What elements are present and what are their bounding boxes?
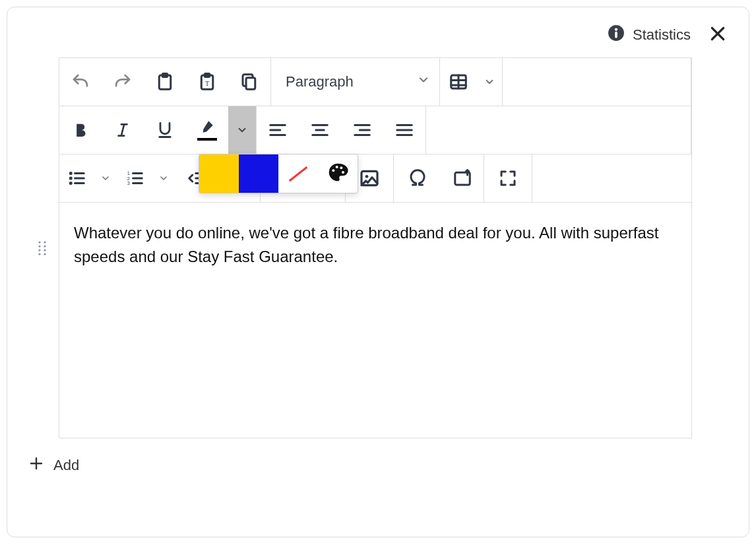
numbered-list-button[interactable]: 1 2 3 — [117, 154, 152, 202]
align-justify-icon — [394, 120, 414, 140]
special-char-button[interactable] — [394, 154, 441, 202]
underline-icon — [156, 121, 174, 139]
fullscreen-icon — [498, 168, 518, 188]
align-right-icon — [352, 120, 372, 140]
copy-icon — [239, 72, 259, 92]
info-icon — [608, 24, 625, 46]
bullet-list-button[interactable] — [59, 154, 94, 202]
color-swatch-none[interactable] — [278, 154, 318, 193]
add-block-button[interactable]: Add — [26, 438, 730, 477]
add-label: Add — [53, 457, 79, 474]
statistics-button[interactable]: Statistics — [608, 24, 691, 46]
svg-point-5 — [38, 245, 40, 247]
drag-handle-icon — [37, 240, 47, 261]
plus-icon — [28, 456, 44, 475]
embed-icon — [453, 168, 472, 188]
toolbar-row-1: T Paragraph — [59, 58, 691, 106]
redo-button[interactable] — [102, 58, 144, 106]
align-right-button[interactable] — [341, 106, 383, 154]
numbered-list-icon: 1 2 3 — [125, 168, 144, 188]
svg-point-28 — [336, 166, 338, 168]
omega-icon — [408, 168, 427, 188]
align-center-button[interactable] — [299, 106, 341, 154]
highlight-icon — [199, 119, 216, 137]
undo-icon — [71, 72, 90, 92]
color-swatch-yellow[interactable] — [199, 154, 239, 193]
bold-button[interactable] — [59, 106, 102, 154]
paste-button[interactable] — [144, 58, 186, 106]
svg-point-19 — [69, 177, 73, 180]
close-icon — [709, 25, 726, 45]
table-icon — [449, 72, 468, 92]
image-icon — [359, 168, 380, 189]
block-format-select[interactable]: Paragraph — [271, 58, 440, 106]
bold-icon — [71, 121, 90, 139]
palette-icon — [327, 162, 348, 186]
block-format-label: Paragraph — [286, 73, 354, 90]
toolbar-row-2 — [59, 106, 691, 154]
svg-point-9 — [38, 253, 40, 255]
editor-content[interactable]: Whatever you do online, we've got a fibr… — [59, 203, 691, 438]
italic-button[interactable] — [102, 106, 144, 154]
svg-point-6 — [44, 245, 46, 247]
svg-point-3 — [38, 241, 40, 243]
bullet-list-menu-button[interactable] — [94, 154, 117, 202]
svg-point-8 — [44, 249, 46, 251]
svg-text:T: T — [205, 80, 209, 87]
fullscreen-button[interactable] — [484, 154, 532, 202]
chevron-down-icon — [158, 173, 169, 184]
chevron-down-icon — [417, 73, 430, 90]
svg-point-7 — [38, 249, 40, 251]
align-left-button[interactable] — [257, 106, 299, 154]
chevron-down-icon — [100, 173, 111, 184]
highlight-color-popover — [199, 154, 358, 193]
align-left-icon — [268, 120, 288, 140]
svg-text:3: 3 — [127, 180, 130, 186]
align-center-icon — [310, 120, 330, 140]
numbered-list-menu-button[interactable] — [152, 154, 175, 202]
bullet-list-icon — [67, 168, 86, 188]
paste-text-button[interactable]: T — [186, 58, 228, 106]
table-button[interactable] — [440, 58, 477, 106]
close-button[interactable] — [709, 25, 726, 45]
color-swatch-blue[interactable] — [239, 154, 278, 193]
content-text: Whatever you do online, we've got a fibr… — [74, 224, 658, 265]
clipboard-icon — [155, 72, 175, 92]
toolbar-row-3: 1 2 3 — [59, 154, 691, 203]
clipboard-text-icon: T — [197, 72, 217, 92]
copy-button[interactable] — [228, 58, 270, 106]
panel-topbar: Statistics — [26, 23, 730, 57]
underline-button[interactable] — [144, 106, 186, 154]
svg-point-10 — [44, 253, 46, 255]
italic-icon — [114, 121, 131, 139]
statistics-label: Statistics — [633, 26, 691, 44]
drag-handle[interactable] — [26, 57, 59, 261]
svg-point-30 — [342, 171, 344, 174]
align-justify-button[interactable] — [383, 106, 425, 154]
svg-point-18 — [69, 172, 73, 175]
svg-point-27 — [332, 169, 334, 172]
undo-button[interactable] — [59, 58, 102, 106]
svg-point-1 — [615, 28, 617, 30]
svg-rect-16 — [246, 78, 255, 90]
highlight-button[interactable] — [186, 106, 228, 154]
redo-icon — [113, 72, 133, 92]
chevron-down-icon — [236, 124, 248, 136]
svg-point-20 — [69, 182, 73, 185]
chevron-down-icon — [484, 76, 495, 88]
svg-point-25 — [365, 175, 369, 178]
rich-text-editor: T Paragraph — [59, 57, 692, 438]
svg-rect-2 — [615, 32, 617, 38]
color-swatch-more[interactable] — [318, 154, 358, 193]
editor-panel: Statistics — [7, 7, 749, 537]
table-menu-button[interactable] — [477, 58, 502, 106]
highlight-menu-button[interactable] — [228, 106, 256, 154]
highlight-underline — [197, 138, 217, 141]
embed-button[interactable] — [441, 154, 484, 202]
svg-point-29 — [340, 166, 342, 169]
svg-point-4 — [44, 241, 46, 243]
